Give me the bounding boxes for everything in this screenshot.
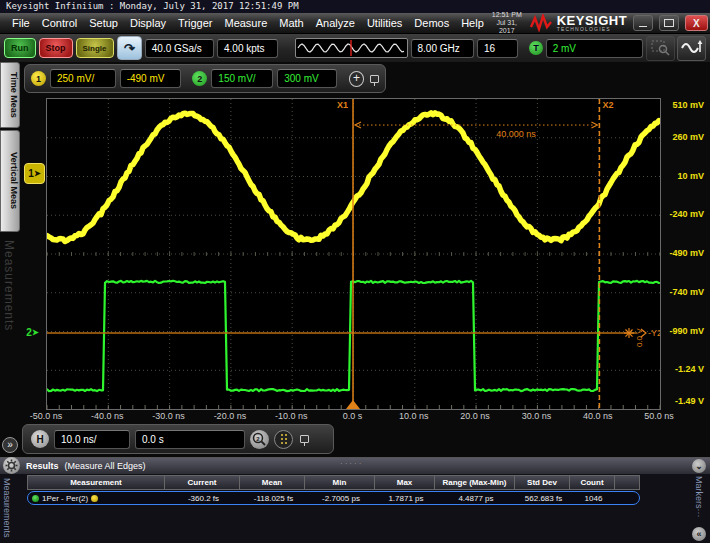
x-tick: 10.0 ns <box>392 411 436 421</box>
sidebar-expand-button[interactable]: » <box>2 437 18 453</box>
drag-handle[interactable]: ····· <box>340 459 363 468</box>
horizontal-badge[interactable]: H <box>31 430 49 448</box>
column-header-1[interactable]: Current <box>165 475 240 490</box>
markers-side-tab[interactable]: Markers··· <box>694 476 704 518</box>
tab-vertical-meas[interactable]: Vertical Meas <box>0 130 20 232</box>
measurement-value-5: 562.683 fs <box>516 494 571 503</box>
trigger-level-field[interactable]: 2 mV <box>546 39 643 58</box>
x-tick: 30.0 ns <box>514 411 558 421</box>
maximize-button[interactable] <box>659 15 679 31</box>
scroll-down-button[interactable]: « <box>692 527 706 541</box>
channel-1-scale-field[interactable]: 250 mV/ <box>50 69 116 88</box>
preview-wave-icon <box>296 39 407 57</box>
menu-math[interactable]: Math <box>273 17 309 29</box>
sample-rate-field[interactable]: 40.0 GSa/s <box>145 39 214 58</box>
results-title: Results <box>26 461 59 471</box>
y-tick: -1.24 V <box>660 364 704 374</box>
results-header[interactable]: Results (Measure All Edges) ····· <box>0 458 710 474</box>
x-tick: -50.0 ns <box>24 411 68 421</box>
bandwidth-field[interactable]: 8.00 GHz <box>411 39 474 58</box>
acquisition-toolbar: Run Stop Single ↷ 40.0 GSa/s 4.00 kpts 8… <box>0 34 710 62</box>
y-tick: 260 mV <box>660 132 704 142</box>
channel-2-scale-field[interactable]: 150 mV/ <box>211 69 273 88</box>
measurement-value-3: 1.7871 ps <box>376 494 436 503</box>
menu-help[interactable]: Help <box>455 17 490 29</box>
bits-field[interactable]: 16 <box>477 39 518 58</box>
trigger-badge[interactable]: T <box>529 41 543 55</box>
svg-text:40.000 ns: 40.000 ns <box>496 129 536 139</box>
y-tick: -990 mV <box>660 326 704 336</box>
settings-gear-button[interactable] <box>3 457 20 474</box>
column-header-3[interactable]: Min <box>305 475 375 490</box>
channel-1-offset-field[interactable]: -490 mV <box>120 69 181 88</box>
pin-icon[interactable] <box>300 435 309 443</box>
column-header-0[interactable]: Measurement <box>27 475 165 490</box>
column-header-6[interactable]: Std Dev <box>515 475 570 490</box>
menu-utilities[interactable]: Utilities <box>361 17 408 29</box>
clock-date: Jul 31, 2017 <box>490 19 524 35</box>
zoom-select-button[interactable] <box>646 36 675 61</box>
menu-control[interactable]: Control <box>36 17 83 29</box>
zoom-button[interactable]: 2 <box>250 430 269 449</box>
column-header-2[interactable]: Mean <box>240 475 305 490</box>
run-button[interactable]: Run <box>4 38 36 58</box>
channel-1-badge[interactable]: 1 <box>31 71 46 86</box>
results-table: MeasurementCurrentMeanMinMaxRange (Max-M… <box>27 475 640 505</box>
measurement-value-0: -360.2 fs <box>166 494 241 503</box>
gear-icon <box>5 459 18 472</box>
menu-setup[interactable]: Setup <box>83 17 124 29</box>
column-header-4[interactable]: Max <box>375 475 435 490</box>
column-header-filler <box>615 475 640 490</box>
memory-depth-field[interactable]: 4.00 kpts <box>217 39 278 58</box>
y-tick: -1.49 V <box>660 396 704 406</box>
y-tick: 10 mV <box>660 171 704 181</box>
measurement-status-icon <box>32 495 39 502</box>
arrow-icon: ➤ <box>32 328 39 337</box>
waveform-preview[interactable] <box>295 38 408 58</box>
stop-button[interactable]: Stop <box>39 38 73 58</box>
channel-1-ground-marker[interactable]: 1➤ <box>24 163 45 184</box>
add-channel-button[interactable]: + <box>349 71 364 87</box>
x-tick: 20.0 ns <box>453 411 497 421</box>
menu-demos[interactable]: Demos <box>408 17 455 29</box>
column-header-7[interactable]: Count <box>570 475 615 490</box>
timebase-field[interactable]: 10.0 ns/ <box>54 430 130 449</box>
channel-2-badge[interactable]: 2 <box>192 71 207 86</box>
x-tick: -20.0 ns <box>208 411 252 421</box>
tab-time-meas[interactable]: Time Meas <box>0 62 20 128</box>
menu-analyze[interactable]: Analyze <box>310 17 361 29</box>
position-field[interactable]: 0.0 s <box>135 430 245 449</box>
channel-2-offset-field[interactable]: 300 mV <box>277 69 337 88</box>
menu-display[interactable]: Display <box>124 17 172 29</box>
magnifier-2-icon: 2 <box>252 432 267 447</box>
menu-measure[interactable]: Measure <box>218 17 273 29</box>
results-subtitle: (Measure All Edges) <box>65 461 146 471</box>
arrow-icon: ➤ <box>34 169 41 178</box>
x-tick: -10.0 ns <box>269 411 313 421</box>
measurements-ghost-label: Measurements <box>2 240 16 331</box>
touch-zone-button[interactable]: ↷ <box>117 36 142 60</box>
scope-display-area: Time Meas Vertical Meas Measurements » 1… <box>0 62 710 457</box>
horizontal-controls: H 10.0 ns/ 0.0 s 2 <box>22 424 334 454</box>
y-tick: -490 mV <box>660 248 704 258</box>
close-button[interactable]: X <box>685 15 708 31</box>
grid-intensity-button[interactable] <box>274 430 293 449</box>
clock-time: 12:51 PM <box>490 11 524 19</box>
channel-2-ground-marker[interactable]: 2➤ <box>23 323 42 342</box>
pin-icon[interactable] <box>370 75 379 83</box>
measurement-value-1: -118.025 fs <box>241 494 306 503</box>
menu-file[interactable]: File <box>6 17 36 29</box>
measurement-value-6: 1046 <box>571 494 616 503</box>
measurement-row[interactable]: 1Per - Per(2)-360.2 fs-118.025 fs-2.7005… <box>27 491 640 505</box>
menu-items: FileControlSetupDisplayTriggerMeasureMat… <box>0 17 490 29</box>
menu-trigger[interactable]: Trigger <box>172 17 218 29</box>
column-header-5[interactable]: Range (Max-Min) <box>435 475 515 490</box>
results-column-headers: MeasurementCurrentMeanMinMaxRange (Max-M… <box>27 475 640 490</box>
measurements-side-tab[interactable]: Measurements <box>2 478 12 538</box>
minimize-button[interactable] <box>633 15 653 31</box>
single-button[interactable]: Single <box>76 38 114 58</box>
autoscale-button[interactable] <box>677 36 706 61</box>
scroll-up-button[interactable]: ⌄ <box>692 459 706 473</box>
zoom-box-icon <box>651 40 671 56</box>
waveform-grid[interactable]: 0.0 V-Y2X1X240.000 ns <box>46 98 661 410</box>
